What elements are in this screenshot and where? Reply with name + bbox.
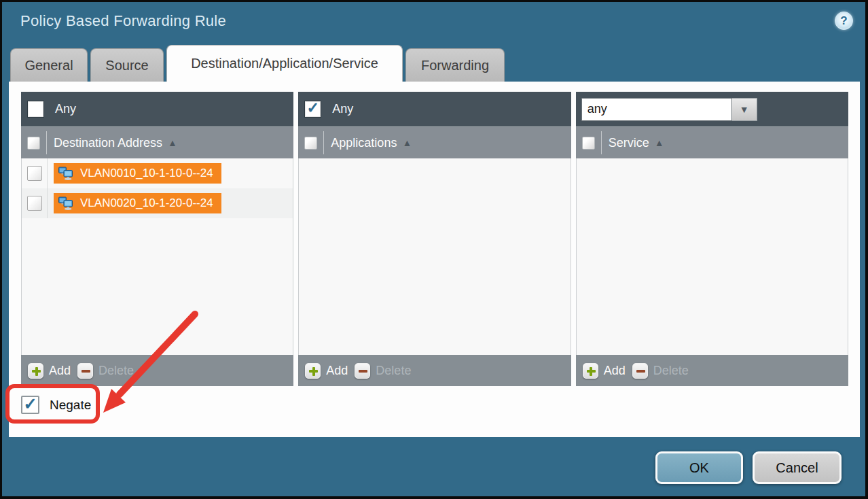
tab-content-panel: Any Destination Address ▲ bbox=[9, 82, 860, 437]
selector-columns: Any Destination Address ▲ bbox=[21, 92, 848, 386]
applications-column: ✓ Any Applications ▲ Add bbox=[298, 92, 571, 386]
dialog-title: Policy Based Forwarding Rule bbox=[20, 12, 226, 30]
applications-list bbox=[298, 158, 571, 355]
header-separator bbox=[46, 131, 47, 154]
negate-label: Negate bbox=[50, 398, 91, 413]
table-row[interactable]: VLAN0020_10-1-20-0--24 bbox=[22, 188, 293, 218]
service-list bbox=[576, 158, 848, 355]
table-row[interactable]: VLAN0010_10-1-10-0--24 bbox=[22, 158, 293, 188]
applications-header-label: Applications bbox=[331, 136, 397, 150]
delete-icon bbox=[77, 363, 93, 379]
tab-general[interactable]: General bbox=[10, 48, 88, 82]
delete-label: Delete bbox=[653, 364, 689, 378]
applications-select-all-checkbox[interactable] bbox=[304, 137, 317, 150]
row-checkbox-cell bbox=[22, 158, 48, 188]
delete-button[interactable]: Delete bbox=[77, 363, 134, 379]
row-checkbox[interactable] bbox=[27, 166, 42, 181]
applications-any-bar: ✓ Any bbox=[298, 92, 571, 127]
destination-any-checkbox[interactable] bbox=[27, 101, 44, 118]
pbf-rule-dialog: Policy Based Forwarding Rule ? General S… bbox=[2, 2, 865, 496]
applications-column-header[interactable]: Applications ▲ bbox=[298, 127, 571, 158]
add-button[interactable]: Add bbox=[305, 363, 348, 379]
tab-destination-application-service[interactable]: Destination/Application/Service bbox=[166, 45, 403, 82]
tab-forwarding[interactable]: Forwarding bbox=[405, 48, 505, 82]
address-object-label: VLAN0020_10-1-20-0--24 bbox=[80, 196, 213, 210]
delete-button[interactable]: Delete bbox=[355, 363, 411, 379]
add-button[interactable]: Add bbox=[583, 363, 626, 379]
destination-any-label: Any bbox=[55, 102, 76, 116]
delete-icon bbox=[632, 363, 648, 379]
add-icon bbox=[305, 363, 321, 379]
service-dropdown-value[interactable]: any bbox=[581, 98, 732, 121]
add-label: Add bbox=[604, 364, 626, 378]
address-object-label: VLAN0010_10-1-10-0--24 bbox=[80, 167, 213, 180]
sort-ascending-icon[interactable]: ▲ bbox=[655, 137, 664, 148]
negate-control: ✓ Negate bbox=[21, 396, 91, 414]
delete-label: Delete bbox=[376, 364, 411, 378]
row-checkbox[interactable] bbox=[27, 196, 42, 211]
network-icon bbox=[58, 196, 74, 211]
add-icon bbox=[28, 363, 43, 379]
address-object-chip[interactable]: VLAN0020_10-1-20-0--24 bbox=[54, 193, 221, 213]
help-icon[interactable]: ? bbox=[835, 12, 853, 30]
service-any-bar: any ▼ bbox=[576, 92, 848, 127]
service-select-all-checkbox[interactable] bbox=[582, 137, 595, 150]
tab-bar: General Source Destination/Application/S… bbox=[10, 46, 505, 82]
applications-any-checkbox[interactable]: ✓ bbox=[304, 101, 321, 118]
ok-button[interactable]: OK bbox=[655, 451, 743, 484]
add-label: Add bbox=[326, 364, 348, 378]
negate-checkbox[interactable]: ✓ bbox=[21, 396, 39, 414]
address-object-chip[interactable]: VLAN0010_10-1-10-0--24 bbox=[54, 163, 221, 184]
row-checkbox-cell bbox=[22, 188, 48, 218]
delete-button[interactable]: Delete bbox=[632, 363, 689, 379]
add-button[interactable]: Add bbox=[28, 363, 71, 379]
cancel-button[interactable]: Cancel bbox=[753, 451, 842, 484]
add-label: Add bbox=[49, 364, 71, 378]
destination-header-label: Destination Address bbox=[54, 136, 162, 150]
destination-footer-bar: Add Delete bbox=[21, 355, 293, 386]
service-header-label: Service bbox=[609, 136, 649, 150]
destination-list: VLAN0010_10-1-10-0--24 bbox=[21, 158, 293, 355]
destination-address-column: Any Destination Address ▲ bbox=[21, 92, 293, 386]
header-separator bbox=[323, 131, 324, 154]
service-column-header[interactable]: Service ▲ bbox=[576, 127, 848, 158]
header-separator bbox=[601, 131, 602, 154]
screenshot-root: Policy Based Forwarding Rule ? General S… bbox=[0, 0, 868, 499]
service-footer-bar: Add Delete bbox=[576, 355, 848, 386]
delete-icon bbox=[355, 363, 370, 379]
check-icon: ✓ bbox=[23, 396, 37, 412]
service-dropdown[interactable]: any ▼ bbox=[581, 98, 757, 121]
applications-footer-bar: Add Delete bbox=[298, 355, 571, 386]
destination-any-bar: Any bbox=[21, 92, 293, 127]
applications-any-label: Any bbox=[332, 102, 353, 116]
add-icon bbox=[583, 363, 598, 379]
chevron-down-icon[interactable]: ▼ bbox=[732, 98, 757, 121]
tab-source[interactable]: Source bbox=[90, 48, 164, 82]
delete-label: Delete bbox=[98, 364, 134, 378]
check-icon: ✓ bbox=[307, 101, 319, 116]
service-column: any ▼ Service ▲ Add bbox=[576, 92, 848, 386]
destination-select-all-checkbox[interactable] bbox=[27, 137, 40, 150]
sort-ascending-icon[interactable]: ▲ bbox=[402, 137, 412, 148]
network-icon bbox=[58, 167, 74, 181]
destination-column-header[interactable]: Destination Address ▲ bbox=[21, 127, 293, 158]
sort-ascending-icon[interactable]: ▲ bbox=[168, 137, 177, 148]
